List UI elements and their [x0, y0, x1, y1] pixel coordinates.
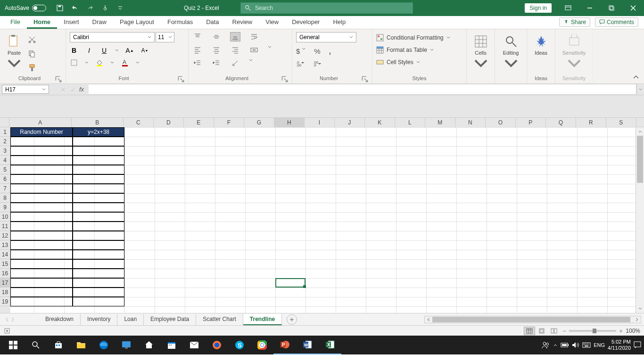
cell-B5[interactable]: [73, 165, 124, 174]
cell-B1[interactable]: y=2x+38: [73, 127, 124, 137]
col-header-D[interactable]: D: [154, 118, 184, 127]
row-header-15[interactable]: 15: [0, 259, 10, 269]
save-icon[interactable]: [56, 4, 64, 12]
redo-icon[interactable]: [86, 4, 94, 12]
align-right-icon[interactable]: [230, 45, 240, 55]
tab-help[interactable]: Help: [326, 16, 352, 29]
row-header-12[interactable]: 12: [0, 231, 10, 240]
name-box[interactable]: H17: [2, 85, 49, 94]
col-header-C[interactable]: C: [124, 118, 154, 127]
cell-A13[interactable]: [10, 240, 73, 250]
increase-indent-icon[interactable]: [211, 58, 222, 68]
cut-icon[interactable]: [26, 34, 38, 45]
tab-home[interactable]: Home: [27, 16, 57, 29]
row-header-6[interactable]: 6: [0, 174, 10, 184]
number-format-combo[interactable]: General: [296, 32, 356, 42]
cell-B16[interactable]: [73, 269, 124, 278]
cell-A14[interactable]: [10, 250, 73, 259]
enter-formula-icon[interactable]: [70, 87, 75, 92]
font-launcher-icon[interactable]: [178, 76, 184, 82]
cell-B11[interactable]: [73, 222, 124, 231]
col-header-G[interactable]: G: [244, 118, 274, 127]
row-header-5[interactable]: 5: [0, 165, 10, 174]
align-middle-icon[interactable]: [211, 32, 222, 41]
fx-icon[interactable]: fx: [79, 86, 84, 93]
tab-data[interactable]: Data: [199, 16, 225, 29]
chrome-icon[interactable]: [251, 336, 273, 354]
hscroll-thumb[interactable]: [432, 317, 630, 322]
format-as-table-button[interactable]: Format as Table: [376, 46, 462, 54]
touch-mode-icon[interactable]: [101, 4, 109, 12]
skype-icon[interactable]: S: [228, 336, 251, 354]
paste-button[interactable]: Paste: [4, 32, 25, 75]
tray-expand-icon[interactable]: [553, 343, 558, 347]
sheet-nav[interactable]: [0, 317, 20, 322]
decrease-decimal-icon[interactable]: .00.0: [313, 60, 322, 66]
clipboard-launcher-icon[interactable]: [55, 76, 62, 82]
alignment-launcher-icon[interactable]: [281, 76, 288, 82]
sheet-tab-trendline[interactable]: Trendline: [243, 314, 282, 325]
cell-A10[interactable]: [10, 212, 73, 222]
col-header-B[interactable]: B: [72, 118, 124, 127]
page-break-view-icon[interactable]: [548, 327, 560, 335]
share-button[interactable]: Share: [559, 17, 590, 27]
col-header-M[interactable]: M: [425, 118, 455, 127]
ideas-button[interactable]: Ideas: [531, 32, 551, 58]
italic-icon[interactable]: I: [85, 46, 93, 55]
cells-area[interactable]: Random Numbery=2x+38: [10, 127, 636, 313]
action-center-icon[interactable]: [634, 341, 641, 349]
row-header-8[interactable]: 8: [0, 193, 10, 203]
align-top-icon[interactable]: [192, 32, 203, 41]
number-launcher-icon[interactable]: [362, 76, 368, 82]
sheet-tab-scatter-chart[interactable]: Scatter Chart: [196, 314, 243, 325]
cell-A16[interactable]: [10, 269, 73, 278]
horizontal-scrollbar[interactable]: [424, 316, 641, 323]
row-header-7[interactable]: 7: [0, 184, 10, 193]
cells-button[interactable]: Cells: [471, 32, 491, 74]
tab-insert[interactable]: Insert: [57, 16, 86, 29]
row-header-16[interactable]: 16: [0, 269, 10, 278]
sheet-tab-employee-data[interactable]: Employee Data: [144, 314, 196, 325]
col-header-F[interactable]: F: [214, 118, 244, 127]
scroll-left-icon[interactable]: [425, 316, 432, 323]
format-painter-icon[interactable]: [26, 62, 38, 74]
comma-format-icon[interactable]: ,: [329, 47, 331, 55]
store-icon[interactable]: [47, 336, 70, 354]
people-icon[interactable]: [542, 341, 550, 349]
firefox-icon[interactable]: [206, 336, 228, 354]
comments-button[interactable]: Comments: [595, 17, 638, 27]
font-name-combo[interactable]: Calibri: [70, 32, 155, 42]
home-icon[interactable]: [138, 336, 160, 354]
underline-icon[interactable]: U: [100, 46, 108, 55]
tab-review[interactable]: Review: [226, 16, 259, 29]
row-header-2[interactable]: 2: [0, 137, 10, 146]
scroll-up-icon[interactable]: [636, 127, 644, 136]
cell-B17[interactable]: [73, 278, 124, 288]
ribbon-display-options-icon[interactable]: [557, 0, 579, 16]
row-header-10[interactable]: 10: [0, 212, 10, 222]
col-header-S[interactable]: S: [606, 118, 636, 127]
cell-B10[interactable]: [73, 212, 124, 222]
cell-A3[interactable]: [10, 146, 73, 156]
row-header-3[interactable]: 3: [0, 146, 10, 156]
minimize-icon[interactable]: [579, 0, 601, 16]
cell-A17[interactable]: [10, 278, 73, 288]
orientation-icon[interactable]: [230, 58, 240, 68]
maximize-icon[interactable]: [601, 0, 622, 16]
fill-handle[interactable]: [303, 285, 306, 288]
zoom-slider[interactable]: [569, 330, 616, 332]
close-icon[interactable]: [622, 0, 644, 16]
borders-icon[interactable]: [70, 58, 78, 67]
increase-decimal-icon[interactable]: .0.00: [296, 60, 305, 66]
edge-icon[interactable]: [92, 336, 115, 354]
col-header-H[interactable]: H: [274, 118, 305, 127]
tab-page-layout[interactable]: Page Layout: [113, 16, 161, 29]
col-header-I[interactable]: I: [305, 118, 335, 127]
col-header-O[interactable]: O: [486, 118, 516, 127]
cell-B4[interactable]: [73, 156, 124, 165]
undo-icon[interactable]: [71, 4, 79, 12]
cell-B3[interactable]: [73, 146, 124, 156]
clock[interactable]: 5:02 PM 4/11/2020: [608, 339, 631, 351]
keyboard-icon[interactable]: [582, 342, 591, 348]
col-header-R[interactable]: R: [576, 118, 606, 127]
